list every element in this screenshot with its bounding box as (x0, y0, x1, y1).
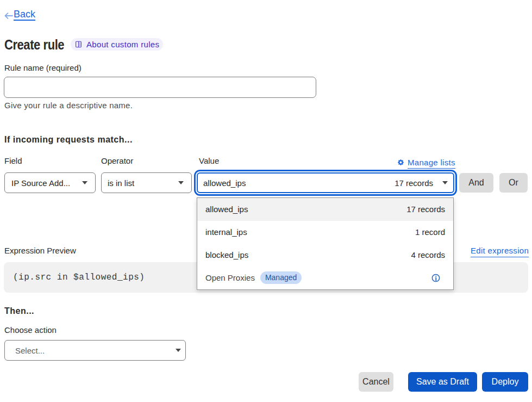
svg-text:i: i (435, 275, 437, 282)
